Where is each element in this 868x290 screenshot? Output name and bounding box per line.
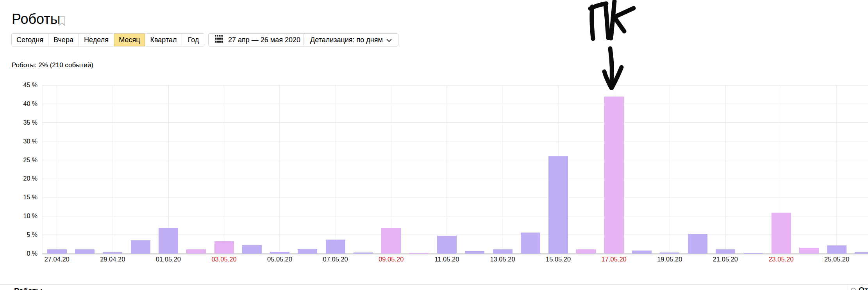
bookmark-icon[interactable]	[58, 16, 66, 28]
period-button-yesterday[interactable]: Вчера	[48, 34, 79, 46]
bar-25.05.20[interactable]	[827, 245, 847, 254]
bar-28.04.20[interactable]	[75, 249, 95, 254]
h-gridline	[42, 122, 868, 123]
period-button-month[interactable]: Месяц	[114, 34, 145, 46]
h-gridline	[42, 197, 868, 198]
bar-12.05.20[interactable]	[465, 251, 484, 254]
x-tick-label: 21.05.20	[704, 256, 747, 263]
x-tick-label: 07.05.20	[314, 256, 357, 263]
bar-27.04.20[interactable]	[47, 249, 67, 254]
toolbar: Сегодня Вчера Неделя Месяц Квартал Год 2…	[0, 33, 868, 47]
x-tick-label: 15.05.20	[537, 256, 580, 263]
x-tick-label: 11.05.20	[425, 256, 468, 263]
bar-02.05.20[interactable]	[186, 249, 206, 254]
y-tick-label: 10 %	[12, 213, 38, 220]
y-tick-label: 20 %	[12, 175, 38, 182]
x-tick-label: 29.04.20	[91, 256, 134, 263]
x-tick-label: 27.04.20	[36, 256, 79, 263]
v-gridline	[836, 85, 837, 254]
bar-03.05.20[interactable]	[214, 241, 234, 254]
y-tick-label: 30 %	[12, 138, 38, 145]
period-button-quarter[interactable]: Квартал	[145, 34, 182, 46]
date-range-label: 27 апр — 26 мая 2020	[228, 36, 300, 44]
h-gridline	[42, 141, 868, 142]
y-tick-label: 25 %	[12, 157, 38, 164]
bar-07.05.20[interactable]	[326, 240, 345, 254]
period-button-today[interactable]: Сегодня	[12, 34, 48, 46]
v-gridline	[670, 85, 670, 254]
bar-09.05.20[interactable]	[381, 228, 401, 254]
h-gridline	[42, 104, 868, 104]
bar-05.05.20[interactable]	[270, 252, 289, 254]
y-tick-label: 40 %	[12, 100, 38, 107]
v-gridline	[279, 85, 280, 254]
y-tick-label: 35 %	[12, 119, 38, 126]
bar-10.05.20[interactable]	[409, 253, 429, 254]
x-tick-label: 01.05.20	[147, 256, 190, 263]
bar-18.05.20[interactable]	[632, 251, 652, 254]
v-gridline	[725, 85, 726, 254]
v-gridline	[224, 85, 225, 254]
bar-06.05.20[interactable]	[298, 249, 317, 254]
footer-column-separator	[847, 285, 847, 290]
v-gridline	[335, 85, 336, 254]
x-tick-label: 17.05.20	[593, 256, 636, 263]
h-gridline	[42, 160, 868, 161]
h-gridline	[42, 85, 868, 86]
chevron-down-icon	[386, 36, 392, 44]
x-tick-label: 13.05.20	[481, 256, 524, 263]
calendar-icon	[215, 35, 223, 45]
footer-right-option[interactable]: От	[851, 286, 868, 290]
y-tick-label: 5 %	[12, 231, 38, 238]
bar-17.05.20[interactable]	[604, 97, 624, 254]
v-gridline	[447, 85, 447, 254]
robots-summary-text: Роботы: 2% (210 событий)	[12, 61, 93, 69]
table-heading-partial: Роботы	[14, 286, 42, 290]
plot-left-border	[42, 85, 43, 254]
bar-24.05.20[interactable]	[799, 248, 819, 254]
radio-icon[interactable]	[851, 288, 856, 290]
h-gridline	[42, 179, 868, 179]
y-tick-label: 15 %	[12, 194, 38, 201]
bar-16.05.20[interactable]	[576, 249, 596, 254]
bar-20.05.20[interactable]	[688, 234, 707, 254]
x-tick-label: 19.05.20	[648, 256, 691, 263]
footer-divider	[0, 284, 868, 285]
bar-13.05.20[interactable]	[493, 249, 513, 254]
handwritten-annotation-pk	[578, 0, 676, 99]
bar-04.05.20[interactable]	[242, 245, 262, 254]
bar-11.05.20[interactable]	[437, 236, 457, 254]
x-tick-label: 03.05.20	[203, 256, 246, 263]
detail-dropdown-label: Детализация: по дням	[310, 36, 383, 44]
bar-30.04.20[interactable]	[131, 240, 150, 254]
bar-15.05.20[interactable]	[548, 156, 568, 254]
y-tick-label: 0 %	[12, 250, 38, 257]
period-button-year[interactable]: Год	[182, 34, 205, 46]
bar-chart-plot-area	[42, 85, 868, 254]
bar-23.05.20[interactable]	[772, 213, 791, 254]
bar-26.05.20[interactable]	[855, 252, 868, 254]
y-tick-label: 45 %	[12, 82, 38, 89]
x-tick-label: 09.05.20	[370, 256, 413, 263]
x-tick-label: 23.05.20	[760, 256, 803, 263]
bar-08.05.20[interactable]	[354, 252, 373, 254]
bar-14.05.20[interactable]	[521, 233, 540, 254]
bar-19.05.20[interactable]	[660, 252, 679, 254]
v-gridline	[57, 85, 57, 254]
page-title: Роботы	[12, 12, 61, 27]
bar-29.04.20[interactable]	[103, 252, 122, 254]
period-segmented-control: Сегодня Вчера Неделя Месяц Квартал Год	[11, 33, 205, 47]
footer-right-label: От	[859, 286, 868, 290]
period-button-week[interactable]: Неделя	[79, 34, 114, 46]
detail-dropdown[interactable]: Детализация: по дням	[304, 33, 398, 47]
bar-01.05.20[interactable]	[159, 228, 178, 254]
x-tick-label: 05.05.20	[258, 256, 301, 263]
date-range-button[interactable]: 27 апр — 26 мая 2020	[208, 33, 307, 47]
v-gridline	[113, 85, 113, 254]
v-gridline	[502, 85, 503, 254]
x-tick-label: 25.05.20	[815, 256, 858, 263]
h-gridline	[42, 216, 868, 217]
bar-21.05.20[interactable]	[716, 249, 735, 254]
bar-22.05.20[interactable]	[743, 253, 763, 254]
